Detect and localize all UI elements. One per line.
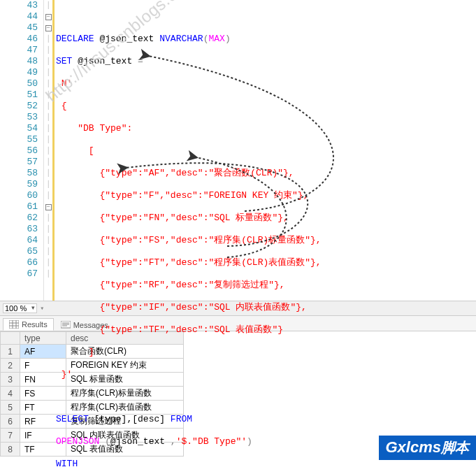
row-number: 6 (1, 415, 20, 429)
fold-toggle[interactable]: − (44, 11, 52, 22)
line-number: 54 (0, 123, 38, 134)
line-number: 56 (0, 145, 38, 157)
row-number: 5 (1, 401, 20, 415)
zoom-select[interactable]: 100 % (3, 303, 37, 313)
line-number: 51 (0, 89, 38, 101)
tab-results[interactable]: Results (3, 318, 54, 331)
tab-results-label: Results (22, 320, 48, 329)
code-editor[interactable]: 4344454647484950515253545556575859606162… (0, 0, 476, 301)
zoom-dash-icon: ▾ (40, 304, 44, 313)
line-number-gutter: 4344454647484950515253545556575859606162… (0, 0, 44, 301)
line-number: 49 (0, 67, 38, 78)
max-keyword: MAX (208, 34, 224, 44)
line-number: 61 (0, 201, 38, 213)
row-number: 1 (1, 345, 20, 359)
line-number: 43 (0, 0, 38, 11)
line-number: 66 (0, 257, 38, 268)
line-number: 50 (0, 78, 38, 89)
fold-column[interactable]: │−−│││││││││││││││−││││││ (44, 0, 52, 301)
openjson-func: OPENJSON (56, 436, 99, 447)
line-number: 45 (0, 22, 38, 34)
line-number: 48 (0, 56, 38, 67)
fold-toggle[interactable]: − (44, 201, 52, 213)
line-number: 58 (0, 168, 38, 179)
grid-icon (9, 320, 19, 329)
line-number: 65 (0, 246, 38, 257)
row-number: 8 (1, 443, 20, 457)
site-badge: Gxlcms脚本 (379, 436, 477, 460)
row-number: 7 (1, 429, 20, 443)
line-number: 46 (0, 34, 38, 45)
line-number: 64 (0, 235, 38, 246)
line-number: 55 (0, 134, 38, 145)
row-number: 3 (1, 373, 20, 387)
line-number: 60 (0, 190, 38, 201)
keyword: DECLARE (56, 34, 94, 44)
line-number: 52 (0, 101, 38, 112)
line-number: 63 (0, 224, 38, 235)
code-area[interactable]: DECLARE @json_text NVARCHAR(MAX) SET @js… (52, 0, 476, 301)
row-number: 4 (1, 387, 20, 401)
svg-rect-0 (9, 320, 19, 329)
fold-toggle[interactable]: − (44, 22, 52, 34)
grid-corner[interactable] (1, 332, 20, 345)
line-number: 44 (0, 11, 38, 22)
type-keyword: NVARCHAR (159, 34, 203, 44)
line-number: 47 (0, 45, 38, 56)
line-number: 67 (0, 268, 38, 280)
row-number: 2 (1, 359, 20, 373)
line-number: 59 (0, 179, 38, 190)
json-key-dbtype: "DB Type": (78, 123, 132, 134)
line-number: 53 (0, 112, 38, 123)
line-number: 62 (0, 213, 38, 224)
line-number: 57 (0, 157, 38, 168)
